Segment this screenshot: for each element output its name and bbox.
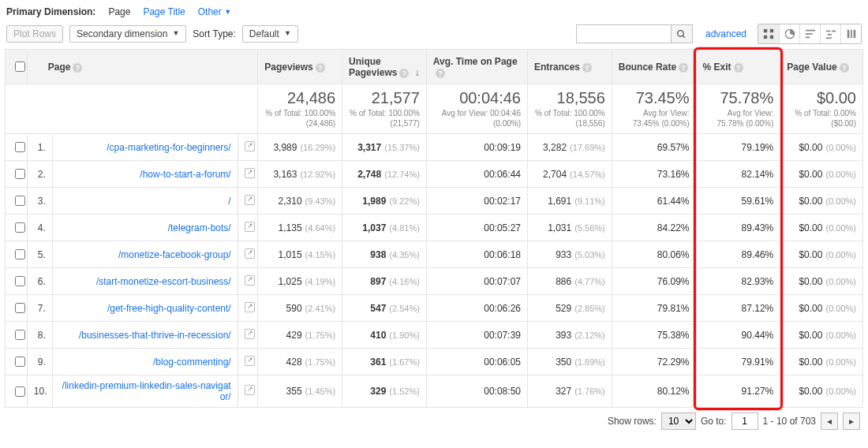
- next-page-button[interactable]: ▸: [843, 413, 860, 430]
- show-rows-select[interactable]: 10: [661, 413, 696, 430]
- pageviews-cell: 1,015(4.15%): [258, 241, 342, 268]
- help-icon[interactable]: ?: [399, 69, 409, 78]
- pageviews-cell: 1,135(4.64%): [258, 215, 342, 241]
- external-link-icon[interactable]: [245, 329, 255, 339]
- pager: Show rows: 10 Go to: 1 - 10 of 703 ◂ ▸: [5, 408, 863, 435]
- total-bounce: 73.45%Avg for View: 73.45% (0.00%): [612, 84, 696, 134]
- help-icon[interactable]: ?: [436, 69, 445, 78]
- dimension-other[interactable]: Other ▼: [198, 6, 231, 17]
- page-path-cell: /: [52, 188, 238, 215]
- row-checkbox[interactable]: [15, 303, 25, 313]
- help-icon[interactable]: ?: [679, 63, 688, 73]
- sort-type-select[interactable]: Default ▼: [242, 25, 298, 43]
- svg-rect-9: [805, 37, 809, 39]
- page-link[interactable]: /monetize-facebook-group/: [118, 249, 231, 260]
- bounce-cell: 76.09%: [612, 268, 696, 295]
- row-checkbox[interactable]: [15, 249, 25, 259]
- page-path-cell: /linkedin-premium-linkedin-sales-navigat…: [52, 375, 238, 408]
- external-link-icon[interactable]: [245, 222, 255, 232]
- prev-page-button[interactable]: ◂: [821, 413, 838, 430]
- row-index: 1.: [27, 134, 52, 161]
- view-pie-button[interactable]: [779, 24, 799, 43]
- search-input[interactable]: [576, 24, 671, 43]
- value-cell: $0.00(0.00%): [780, 134, 863, 161]
- row-checkbox[interactable]: [15, 357, 25, 367]
- row-checkbox[interactable]: [15, 142, 25, 152]
- page-path-cell: /cpa-marketing-for-beginners/: [52, 134, 238, 161]
- select-all-checkbox[interactable]: [15, 62, 25, 72]
- external-link-icon[interactable]: [245, 168, 255, 178]
- row-checkbox[interactable]: [15, 276, 25, 286]
- col-avg-time[interactable]: Avg. Time on Page?: [426, 50, 527, 84]
- page-link[interactable]: /start-monetize-escort-business/: [96, 276, 231, 287]
- page-link[interactable]: /cpa-marketing-for-beginners/: [107, 142, 230, 153]
- goto-input[interactable]: [731, 413, 758, 430]
- page-link[interactable]: /how-to-start-a-forum/: [140, 169, 230, 180]
- external-link-icon[interactable]: [245, 195, 255, 205]
- bounce-cell: 61.44%: [612, 188, 696, 215]
- external-link-icon[interactable]: [245, 356, 255, 366]
- external-link-icon[interactable]: [245, 385, 255, 395]
- exit-cell: 82.14%: [696, 161, 780, 188]
- page-link[interactable]: /businesses-that-thrive-in-recession/: [79, 330, 231, 341]
- view-pivot-button[interactable]: [840, 24, 861, 43]
- dimension-page-title[interactable]: Page Title: [143, 6, 185, 17]
- col-exit[interactable]: % Exit?: [696, 50, 780, 84]
- row-checkbox[interactable]: [15, 169, 25, 179]
- bounce-cell: 75.38%: [612, 322, 696, 349]
- pageviews-cell: 590(2.41%): [258, 295, 342, 322]
- exit-cell: 59.61%: [696, 188, 780, 215]
- view-comparison-button[interactable]: [820, 24, 840, 43]
- unique-pageviews-cell: 361(1.67%): [342, 349, 427, 375]
- col-unique-pageviews[interactable]: Unique Pageviews?↓: [342, 50, 427, 84]
- col-entrances[interactable]: Entrances?: [527, 50, 612, 84]
- bounce-cell: 72.29%: [612, 349, 696, 375]
- row-checkbox[interactable]: [15, 222, 25, 233]
- exit-cell: 82.93%: [696, 268, 780, 295]
- search-button[interactable]: [671, 24, 693, 43]
- col-page-value[interactable]: Page Value?: [780, 50, 863, 84]
- external-link-icon[interactable]: [245, 248, 255, 259]
- page-link[interactable]: /telegram-bots/: [168, 222, 231, 233]
- page-link[interactable]: /blog-commenting/: [153, 357, 231, 368]
- total-pageviews: 24,486% of Total: 100.00% (24,486): [258, 84, 342, 134]
- page-path-cell: /monetize-facebook-group/: [52, 241, 238, 268]
- help-icon[interactable]: ?: [582, 63, 592, 73]
- help-icon[interactable]: ?: [73, 63, 82, 73]
- row-checkbox[interactable]: [15, 196, 25, 206]
- dimension-page[interactable]: Page: [108, 6, 130, 17]
- col-page[interactable]: Page?: [27, 50, 258, 84]
- total-unique: 21,577% of Total: 100.00% (21,577): [342, 84, 427, 134]
- open-page-cell: [238, 241, 258, 268]
- col-bounce-rate[interactable]: Bounce Rate?: [612, 50, 696, 84]
- exit-cell: 79.91%: [696, 349, 780, 375]
- avg-time-cell: 00:07:39: [426, 322, 527, 349]
- view-performance-button[interactable]: [799, 24, 820, 43]
- advanced-link[interactable]: advanced: [705, 28, 746, 39]
- help-icon[interactable]: ?: [316, 63, 325, 73]
- avg-time-cell: 00:07:07: [426, 268, 527, 295]
- col-pageviews[interactable]: Pageviews?: [258, 50, 342, 84]
- open-page-cell: [238, 215, 258, 241]
- page-link[interactable]: /linkedin-premium-linkedin-sales-navigat…: [62, 380, 231, 402]
- unique-pageviews-cell: 3,317(15.37%): [342, 134, 427, 161]
- page-link[interactable]: /get-free-high-quality-content/: [107, 303, 231, 314]
- external-link-icon[interactable]: [245, 275, 255, 286]
- external-link-icon[interactable]: [245, 302, 255, 312]
- row-index: 2.: [27, 161, 52, 188]
- row-checkbox[interactable]: [15, 386, 25, 397]
- page-link[interactable]: /: [228, 196, 230, 207]
- unique-pageviews-cell: 938(4.35%): [342, 241, 427, 268]
- help-icon[interactable]: ?: [840, 63, 849, 73]
- row-checkbox[interactable]: [15, 330, 25, 340]
- entrances-cell: 2,704(14.57%): [527, 161, 612, 188]
- page-path-cell: /start-monetize-escort-business/: [52, 268, 238, 295]
- view-table-button[interactable]: [758, 24, 779, 43]
- secondary-dimension-select[interactable]: Secondary dimension ▼: [69, 25, 186, 43]
- external-link-icon[interactable]: [245, 141, 255, 151]
- svg-rect-11: [831, 31, 835, 32]
- open-page-cell: [238, 188, 258, 215]
- page-path-cell: /get-free-high-quality-content/: [52, 295, 238, 322]
- help-icon[interactable]: ?: [734, 63, 743, 73]
- plot-rows-button[interactable]: Plot Rows: [6, 25, 63, 43]
